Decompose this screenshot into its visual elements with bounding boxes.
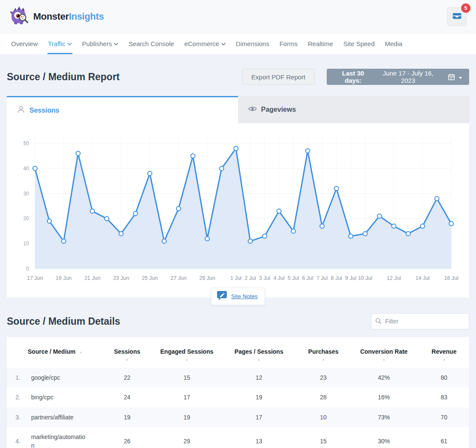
row-value: 17 <box>220 407 298 427</box>
data-point[interactable] <box>76 151 80 156</box>
column-header-revenue[interactable]: Revenue▲ <box>419 337 469 368</box>
column-label: Purchases <box>308 348 339 355</box>
data-point[interactable] <box>305 149 310 153</box>
nav-item-label: Publishers <box>82 40 112 47</box>
calendar-icon <box>448 73 455 81</box>
data-point[interactable] <box>119 232 123 236</box>
nav-item-site-speed[interactable]: Site Speed <box>338 33 380 54</box>
y-tick-label: 50 <box>23 140 29 146</box>
data-point[interactable] <box>177 207 181 211</box>
data-point[interactable] <box>248 239 253 243</box>
tab-pageviews-label: Pageviews <box>261 106 296 113</box>
nav-item-overview[interactable]: Overview <box>6 33 43 54</box>
area-fill <box>35 148 451 269</box>
data-point[interactable] <box>191 154 195 158</box>
x-tick-label: 1 Jul <box>230 275 241 281</box>
details-table-card: Source / Medium▲Sessions▲Engaged Session… <box>7 337 469 448</box>
y-tick-label: 0 <box>26 266 29 272</box>
data-point[interactable] <box>220 166 224 171</box>
sort-arrow-icon: ▲ <box>154 358 220 362</box>
sessions-chart: 0102030405017 Jun19 Jun21 Jun23 Jun25 Ju… <box>7 123 469 298</box>
data-point[interactable] <box>277 209 281 213</box>
y-tick-label: 10 <box>23 241 29 247</box>
sort-arrow-icon: ▲ <box>419 358 469 362</box>
data-point[interactable] <box>363 232 367 236</box>
tab-sessions-label: Sessions <box>29 107 59 114</box>
x-tick-label: 7 Jul <box>316 275 328 281</box>
row-value: 15 <box>154 368 220 387</box>
tab-sessions[interactable]: Sessions <box>7 96 238 123</box>
row-value: 80 <box>419 368 469 387</box>
x-tick-label: 14 Jul <box>415 275 430 281</box>
filter-input[interactable] <box>371 313 469 329</box>
nav-item-dimensions[interactable]: Dimensions <box>231 33 274 54</box>
logo-word-insights: Insights <box>69 11 104 22</box>
data-point[interactable] <box>449 221 453 226</box>
data-point[interactable] <box>263 234 267 239</box>
row-value: 26 <box>101 427 154 448</box>
data-point[interactable] <box>148 172 152 176</box>
x-tick-label: 4 Jul <box>273 275 284 281</box>
data-point[interactable] <box>348 234 353 239</box>
main-nav: OverviewTrafficPublishersSearch Consolee… <box>0 33 476 55</box>
tab-pageviews[interactable]: Pageviews <box>238 96 469 123</box>
data-point[interactable] <box>392 224 396 228</box>
nav-item-traffic[interactable]: Traffic <box>43 33 77 54</box>
column-header-sessions[interactable]: Sessions▲ <box>101 337 154 368</box>
nav-item-label: Dimensions <box>236 40 269 47</box>
data-point[interactable] <box>435 196 439 201</box>
report-actions: Export PDF Report Last 30 days: June 17 … <box>242 69 469 85</box>
data-point[interactable] <box>320 224 324 228</box>
date-range-label: Last 30 days: <box>334 70 373 84</box>
nav-item-realtime[interactable]: Realtime <box>303 33 338 54</box>
x-tick-label: 8 Jul <box>331 275 342 281</box>
search-icon <box>375 317 382 326</box>
sort-arrow-icon: ▲ <box>220 358 298 362</box>
y-tick-label: 30 <box>23 191 29 197</box>
inbox-icon <box>452 12 462 22</box>
data-point[interactable] <box>421 224 425 228</box>
metric-tabs: Sessions Pageviews <box>7 96 469 123</box>
x-tick-label: 21 Jun <box>84 275 101 281</box>
row-value: 12 <box>220 368 298 387</box>
export-pdf-button[interactable]: Export PDF Report <box>242 69 315 85</box>
data-point[interactable] <box>134 212 138 216</box>
data-point[interactable] <box>90 209 95 213</box>
site-notes-button[interactable]: Site Notes <box>211 287 265 305</box>
column-header-pages-sessions[interactable]: Pages / Sessions▲ <box>220 337 298 368</box>
x-tick-label: 12 Jul <box>387 275 401 281</box>
row-value: 73% <box>349 407 419 427</box>
x-tick-label: 6 Jul <box>302 275 313 281</box>
nav-item-media[interactable]: Media <box>380 33 407 54</box>
nav-item-ecommerce[interactable]: eCommerce <box>179 33 231 54</box>
row-value: 61 <box>419 427 469 448</box>
nav-item-search-console[interactable]: Search Console <box>123 33 179 54</box>
row-value: 19 <box>101 407 154 427</box>
data-point[interactable] <box>406 232 410 236</box>
x-tick-label: 23 Jun <box>113 275 129 281</box>
data-point[interactable] <box>47 219 52 223</box>
column-header-engaged-sessions[interactable]: Engaged Sessions▲ <box>154 337 220 368</box>
data-point[interactable] <box>205 236 209 241</box>
data-point[interactable] <box>334 186 339 191</box>
data-point[interactable] <box>61 239 66 243</box>
data-point[interactable] <box>291 229 296 233</box>
column-header-purchases[interactable]: Purchases▲ <box>298 337 349 368</box>
nav-item-forms[interactable]: Forms <box>274 33 303 54</box>
data-point[interactable] <box>162 239 166 243</box>
data-point[interactable] <box>104 216 109 221</box>
sort-arrow-icon: ▲ <box>298 358 349 362</box>
data-point[interactable] <box>377 214 382 218</box>
nav-item-publishers[interactable]: Publishers <box>77 33 123 54</box>
column-header-source-medium[interactable]: Source / Medium▲ <box>7 337 101 368</box>
nav-item-label: Traffic <box>48 40 66 47</box>
table-row: 1.google/cpc2215122342%80 <box>7 368 469 387</box>
row-rank: 2. <box>7 387 24 407</box>
x-tick-label: 27 Jun <box>171 275 187 281</box>
column-header-conversion-rate[interactable]: Conversion Rate▲ <box>349 337 419 368</box>
data-point[interactable] <box>234 146 238 151</box>
data-point[interactable] <box>33 166 37 171</box>
nav-item-label: Search Console <box>128 40 174 47</box>
date-range-button[interactable]: Last 30 days: June 17 - July 16, 2023 <box>327 69 469 85</box>
details-header: Source / Medium Details <box>7 313 469 329</box>
